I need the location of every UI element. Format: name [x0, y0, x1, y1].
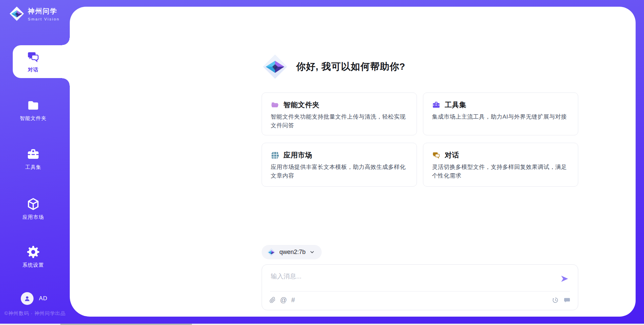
user-avatar-icon: [23, 295, 31, 303]
brand-name: 神州问学: [28, 7, 60, 16]
sidebar-item-label: 智能文件夹: [0, 115, 66, 122]
briefcase-icon: [26, 148, 40, 161]
greeting-row: 你好, 我可以如何帮助你?: [262, 54, 406, 80]
card-toolset[interactable]: 工具集 集成市场上主流工具，助力AI与外界无缝扩展与对接: [423, 92, 578, 135]
chevron-down-icon: [309, 249, 315, 255]
sidebar-item-app-market[interactable]: 应用市场: [0, 197, 66, 220]
user-profile[interactable]: AD: [21, 292, 48, 305]
card-title: 应用市场: [283, 150, 312, 160]
composer-right-icons: [552, 297, 571, 304]
composer-toolbar: @ #: [269, 297, 295, 303]
comment-icon[interactable]: [564, 297, 571, 304]
history-icon[interactable]: [552, 297, 559, 304]
sidebar: 神州问学 Smart Vision 对话 智能文件夹: [0, 0, 70, 325]
model-selector[interactable]: qwen2:7b: [262, 245, 322, 259]
brand: 神州问学 Smart Vision: [9, 6, 60, 21]
diamond-logo-icon: [267, 248, 276, 257]
feature-cards: 智能文件夹 智能文件夹功能支持批量文件上传与清洗，轻松实现文件问答: [262, 92, 578, 187]
copyright-note: ©神州数码 · 神州问学出品: [4, 310, 66, 317]
brand-subtitle: Smart Vision: [28, 17, 60, 21]
paperclip-icon[interactable]: [269, 297, 276, 303]
sidebar-item-toolset[interactable]: 工具集: [0, 148, 66, 171]
chat-icon: [26, 50, 40, 64]
scrollbar-thumb[interactable]: [60, 324, 192, 325]
chat-icon: [432, 151, 440, 159]
sidebar-item-label: 工具集: [0, 164, 66, 171]
card-description: 灵活切换多模型文件，支持多样回复效果调试，满足个性化需求: [432, 163, 569, 180]
sidebar-item-label: 应用市场: [0, 214, 66, 220]
sidebar-item-label: 对话: [0, 67, 66, 73]
card-description: 集成市场上主流工具，助力AI与外界无缝扩展与对接: [432, 113, 569, 121]
card-title: 智能文件夹: [283, 100, 320, 110]
diamond-logo-icon: [9, 6, 24, 21]
folder-icon: [26, 99, 40, 112]
sidebar-item-settings[interactable]: 系统设置: [0, 245, 66, 268]
sidebar-item-chat[interactable]: 对话: [0, 50, 66, 73]
gear-icon: [26, 245, 40, 259]
sidebar-item-label: 系统设置: [0, 262, 66, 268]
avatar: [21, 292, 34, 305]
send-icon[interactable]: [560, 274, 569, 283]
user-name: AD: [39, 295, 48, 302]
tab-fillet-bottom: [62, 78, 70, 85]
card-chat[interactable]: 对话 灵活切换多模型文件，支持多样回复效果调试，满足个性化需求: [423, 143, 578, 187]
tab-fillet-top: [62, 38, 70, 45]
message-composer: @ #: [262, 264, 578, 310]
card-title: 对话: [445, 150, 459, 160]
hash-icon[interactable]: #: [291, 297, 295, 303]
mention-icon[interactable]: @: [280, 297, 287, 303]
card-description: 应用市场提供丰富长文本模板，助力高效生成多样化文章内容: [271, 163, 408, 180]
main-content-panel: 你好, 我可以如何帮助你? 智能文件夹 智能文件夹功能支持批量文件上传与清洗，轻…: [70, 7, 636, 317]
card-description: 智能文件夹功能支持批量文件上传与清洗，轻松实现文件问答: [271, 113, 408, 130]
card-smart-folder[interactable]: 智能文件夹 智能文件夹功能支持批量文件上传与清洗，轻松实现文件问答: [262, 92, 417, 135]
sidebar-item-smart-folder[interactable]: 智能文件夹: [0, 99, 66, 122]
card-title: 工具集: [445, 100, 467, 110]
horizontal-scrollbar[interactable]: [0, 324, 644, 325]
briefcase-icon: [432, 101, 440, 109]
card-app-market[interactable]: 应用市场 应用市场提供丰富长文本模板，助力高效生成多样化文章内容: [262, 143, 417, 187]
greeting-title: 你好, 我可以如何帮助你?: [296, 60, 406, 73]
cube-icon: [26, 197, 40, 211]
folder-open-icon: [271, 101, 279, 109]
composer-divider: [270, 291, 570, 291]
diamond-logo-icon: [262, 54, 288, 80]
model-name: qwen2:7b: [279, 249, 306, 256]
grid-icon: [271, 151, 279, 159]
message-input[interactable]: [271, 271, 546, 281]
